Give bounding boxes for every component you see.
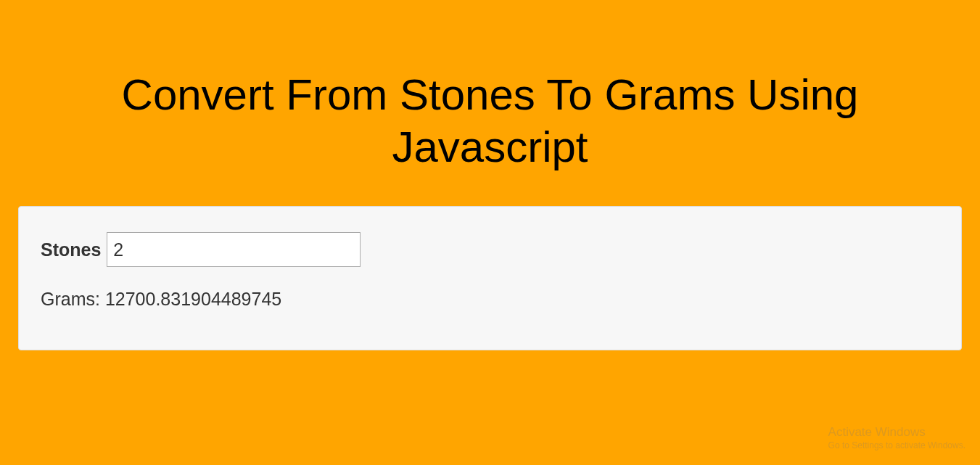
result-row: Grams: 12700.831904489745: [41, 289, 939, 310]
result-value: 12700.831904489745: [105, 289, 281, 309]
windows-activation-watermark: Activate Windows Go to Settings to activ…: [828, 424, 965, 452]
page-title: Convert From Stones To Grams Using Javas…: [0, 0, 980, 202]
stones-input[interactable]: [107, 232, 361, 267]
watermark-subtitle: Go to Settings to activate Windows.: [828, 440, 965, 452]
watermark-title: Activate Windows: [828, 424, 965, 440]
result-label: Grams:: [41, 289, 100, 309]
input-row: Stones: [41, 232, 939, 267]
converter-panel: Stones Grams: 12700.831904489745: [18, 206, 962, 350]
stones-label: Stones: [41, 239, 101, 260]
